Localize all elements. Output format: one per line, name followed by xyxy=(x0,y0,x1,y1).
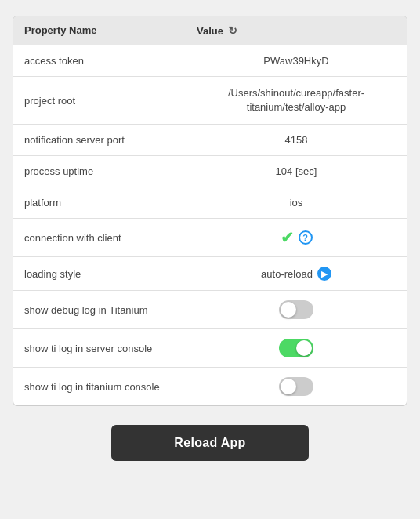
checkmark-icon: ✔ xyxy=(281,228,294,247)
info-icon[interactable]: ? xyxy=(299,230,313,245)
row-value-debug-log xyxy=(186,291,407,328)
table-row: show debug log in Titanium xyxy=(13,291,407,329)
row-label-notification-port: notification server port xyxy=(13,125,186,155)
arrow-right-icon[interactable]: ▶ xyxy=(317,267,331,281)
toggle-knob xyxy=(281,379,296,394)
row-label-project-root: project root xyxy=(13,85,186,116)
toggle-knob xyxy=(296,340,312,356)
row-label-ti-log-titanium: show ti log in titanium console xyxy=(13,372,186,402)
row-label-platform: platform xyxy=(13,187,186,218)
row-value-platform: ios xyxy=(186,187,407,218)
row-value-access-token: PWaw39HkyD xyxy=(186,45,407,76)
properties-table: Property Name Value ↻ access token PWaw3… xyxy=(13,16,407,406)
table-row: connection with client ✔ ? xyxy=(13,219,407,257)
row-label-access-token: access token xyxy=(13,45,186,76)
toggle-knob xyxy=(281,302,296,318)
table-row: notification server port 4158 xyxy=(13,125,407,156)
toggle-debug-log[interactable] xyxy=(279,300,313,319)
reload-app-button[interactable]: Reload App xyxy=(111,425,308,461)
row-value-project-root: /Users/shinout/cureapp/faster-titanium/t… xyxy=(186,77,407,124)
row-value-process-uptime: 104 [sec] xyxy=(186,156,407,187)
table-header: Property Name Value ↻ xyxy=(13,16,407,45)
row-label-debug-log: show debug log in Titanium xyxy=(13,295,186,325)
table-row: show ti log in server console xyxy=(13,329,407,368)
toggle-ti-log-titanium[interactable] xyxy=(279,377,313,396)
row-value-notification-port: 4158 xyxy=(186,125,407,155)
table-row: access token PWaw39HkyD xyxy=(13,45,407,77)
row-value-connection: ✔ ? xyxy=(186,219,407,256)
column-header-name: Property Name xyxy=(13,16,186,45)
table-row: show ti log in titanium console xyxy=(13,368,407,405)
refresh-icon[interactable]: ↻ xyxy=(228,24,237,37)
row-value-loading-style: auto-reload ▶ xyxy=(186,257,407,290)
toggle-ti-log-server[interactable] xyxy=(279,339,313,357)
loading-style-text: auto-reload xyxy=(261,268,313,280)
row-label-connection: connection with client xyxy=(13,223,186,253)
column-header-value: Value ↻ xyxy=(186,16,407,45)
row-label-loading-style: loading style xyxy=(13,259,186,289)
table-row: process uptime 104 [sec] xyxy=(13,156,407,187)
table-row: project root /Users/shinout/cureapp/fast… xyxy=(13,77,407,125)
row-value-ti-log-server xyxy=(186,329,407,367)
row-label-process-uptime: process uptime xyxy=(13,156,186,187)
table-row: loading style auto-reload ▶ xyxy=(13,257,407,291)
row-label-ti-log-server: show ti log in server console xyxy=(13,333,186,364)
table-row: platform ios xyxy=(13,187,407,219)
row-value-ti-log-titanium xyxy=(186,368,407,405)
